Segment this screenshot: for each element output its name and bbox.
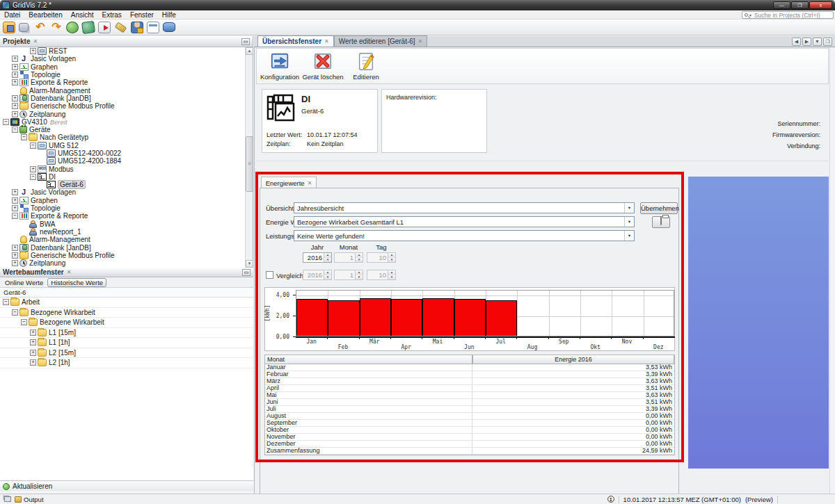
table-row[interactable]: August0,00 kWh <box>265 413 674 420</box>
maximize-view-icon[interactable]: ❐ <box>823 38 832 46</box>
collapse-icon[interactable]: − <box>30 143 36 149</box>
table-row[interactable]: Oktober0,00 kWh <box>265 427 674 434</box>
menu-fenster[interactable]: Fenster <box>126 10 158 19</box>
tree-item-ger-te[interactable]: −Geräte <box>0 126 245 133</box>
tree-item-graphen[interactable]: +Graphen <box>0 197 245 204</box>
table-row[interactable]: Dezember0,00 kWh <box>265 441 674 448</box>
tree-item-l1-1h-[interactable]: +L1 [1h] <box>0 338 253 348</box>
tab-werte-editieren[interactable]: Werte editieren [Gerät-6] ✕ <box>334 35 428 47</box>
tree-item-jasic-vorlagen[interactable]: +Jasic Vorlagen <box>0 55 245 63</box>
expand-icon[interactable]: + <box>12 72 18 78</box>
user-security-icon[interactable] <box>131 22 143 33</box>
tree-item-l2-1h-[interactable]: +L2 [1h] <box>0 358 253 368</box>
expand-icon[interactable]: + <box>30 48 36 54</box>
projects-tree-scrollbar[interactable]: ▲ ▼ <box>245 47 253 268</box>
scroll-up-icon[interactable]: ▲ <box>246 47 253 55</box>
power-values-select[interactable]: Keine Werte gefunden! ▼ <box>294 230 635 241</box>
collapse-icon[interactable]: − <box>12 213 18 219</box>
expand-icon[interactable]: + <box>12 205 18 211</box>
scrollbar-thumb[interactable] <box>246 136 253 192</box>
main-scrollbar[interactable] <box>829 47 835 494</box>
tree-item-bwa[interactable]: BWA <box>0 220 245 228</box>
tree-item-ger-t-6[interactable]: Gerät-6 <box>0 181 245 188</box>
tree-item-datenbank-jandb-[interactable]: +Datenbank [JanDB] <box>0 95 245 102</box>
expand-icon[interactable]: + <box>12 245 18 251</box>
collapse-icon[interactable]: − <box>3 299 9 305</box>
minimize-panel-icon[interactable]: ▭ <box>242 269 250 276</box>
apply-button[interactable]: Übernehmen <box>640 202 678 214</box>
close-icon[interactable]: ✕ <box>67 269 72 275</box>
projects-panel-header[interactable]: Projekte ✕ ▭ <box>0 36 253 47</box>
compare-checkbox[interactable] <box>266 271 273 279</box>
collapse-icon[interactable]: − <box>30 174 36 180</box>
tree-item-alarm-management[interactable]: Alarm-Management <box>0 236 245 243</box>
collapse-icon[interactable]: − <box>3 119 9 125</box>
save-icon[interactable] <box>3 22 15 33</box>
tree-item-arbeit[interactable]: −Arbeit <box>0 298 253 308</box>
table-row[interactable]: Juli3,39 kWh <box>265 406 674 413</box>
report-table-icon[interactable] <box>147 22 159 33</box>
collapse-icon[interactable]: − <box>21 319 27 325</box>
expand-icon[interactable]: + <box>30 166 36 172</box>
redo-icon[interactable]: ↷ <box>50 22 63 33</box>
tree-item-di[interactable]: −DI <box>0 173 245 181</box>
tree-item-zeitplanung[interactable]: +Zeitplanung <box>0 259 245 267</box>
month-stepper[interactable]: 1 ▲▼ <box>334 252 363 263</box>
tree-item-umg-512[interactable]: −UMG 512 <box>0 142 245 149</box>
tree-item-alarm-management[interactable]: Alarm-Management <box>0 86 245 94</box>
editieren-button[interactable]: Editieren <box>347 51 385 83</box>
collapse-icon[interactable]: − <box>21 134 27 140</box>
scroll-down-icon[interactable]: ▼ <box>246 260 253 268</box>
screenshot-icon[interactable] <box>98 22 111 33</box>
column-header-monat[interactable]: Monat <box>265 355 472 364</box>
tab-historische-werte[interactable]: Historische Werte <box>47 278 106 287</box>
tree-item-nach-ger-tetyp[interactable]: −Nach Gerätetyp <box>0 133 245 141</box>
tree-item-generische-modbus-profile[interactable]: +Generische Modbus Profile <box>0 102 245 110</box>
overview-type-select[interactable]: Jahresübersicht ▼ <box>294 202 635 213</box>
tree-item-topologie[interactable]: +Topologie <box>0 204 245 212</box>
compare-year-stepper[interactable]: 2016 ▲▼ <box>303 270 332 280</box>
run-icon[interactable] <box>66 22 79 33</box>
expand-icon[interactable]: + <box>12 189 18 195</box>
stepper-arrows[interactable]: ▲▼ <box>324 270 331 279</box>
export-icon[interactable] <box>81 20 95 33</box>
tab-uebersichtsfenster[interactable]: Übersichtsfenster ✕ <box>257 35 334 47</box>
tree-item-l1-15m-[interactable]: +L1 [15m] <box>0 328 253 339</box>
print-button[interactable] <box>652 216 670 228</box>
tree-item-datenbank-jandb-[interactable]: +Datenbank [JanDB] <box>0 243 245 251</box>
tree-item-jasic-vorlagen[interactable]: +Jasic Vorlagen <box>0 188 245 196</box>
undo-icon[interactable]: ↶ <box>34 22 47 33</box>
expand-icon[interactable]: + <box>12 252 18 259</box>
tab-online-werte[interactable]: Online Werte <box>2 279 46 286</box>
stepper-arrows[interactable]: ▲▼ <box>388 253 395 262</box>
expand-icon[interactable]: + <box>12 103 18 109</box>
expand-icon[interactable]: + <box>30 350 36 356</box>
maximize-button[interactable]: ❐ <box>791 1 809 9</box>
stepper-arrows[interactable]: ▲▼ <box>388 270 395 279</box>
collapse-icon[interactable]: − <box>12 127 18 133</box>
table-row[interactable]: März3,63 kWh <box>265 378 674 385</box>
close-icon[interactable]: ✕ <box>308 180 312 186</box>
table-summary-row[interactable]: Zusammenfassung24,59 kWh <box>265 448 674 455</box>
expand-icon[interactable]: + <box>12 111 18 117</box>
close-button[interactable]: x <box>809 1 832 9</box>
tree-item-gv4310[interactable]: −GV4310Bereit <box>0 118 245 126</box>
expand-icon[interactable]: + <box>30 330 36 336</box>
konfiguration-button[interactable]: Konfiguration <box>260 51 299 83</box>
tree-item-generische-modbus-profile[interactable]: +Generische Modbus Profile <box>0 252 245 259</box>
stepper-arrows[interactable]: ▲▼ <box>324 253 331 262</box>
scroll-tabs-left-icon[interactable]: ◀ <box>792 38 801 46</box>
tree-item-exporte-reporte[interactable]: +Exporte & Reporte <box>0 79 245 86</box>
tree-item-l2-15m-[interactable]: +L2 [15m] <box>0 348 253 359</box>
tree-item-rest[interactable]: +REST <box>0 47 245 55</box>
table-row[interactable]: Juni3,51 kWh <box>265 399 674 406</box>
table-row[interactable]: November0,00 kWh <box>265 434 674 441</box>
database-icon[interactable] <box>163 22 175 32</box>
table-row[interactable]: Mai3,63 kWh <box>265 392 674 399</box>
geraet-loeschen-button[interactable]: Gerät löschen <box>303 51 342 83</box>
table-row[interactable]: September0,00 kWh <box>265 420 674 427</box>
close-icon[interactable]: ✕ <box>324 38 329 44</box>
compare-day-stepper[interactable]: 10 ▲▼ <box>367 270 396 280</box>
expand-icon[interactable]: + <box>12 56 18 62</box>
expand-icon[interactable]: + <box>12 260 18 266</box>
